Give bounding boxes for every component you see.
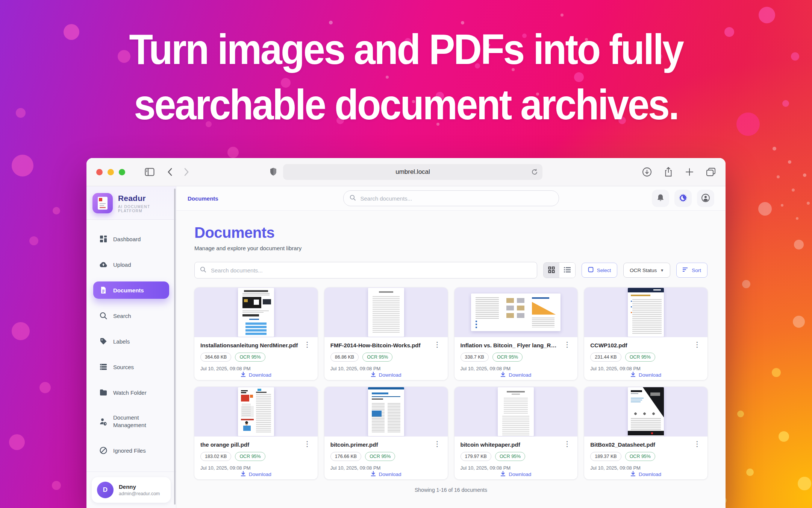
sidebar-item-search[interactable]: Search: [93, 307, 169, 324]
traffic-lights: [96, 169, 125, 175]
decorative-dot: [772, 368, 781, 377]
reload-icon[interactable]: [531, 169, 538, 175]
sidebar-item-watch-folder[interactable]: Watch Folder: [93, 384, 169, 401]
global-search-input[interactable]: [360, 195, 553, 202]
document-thumbnail: [584, 387, 707, 437]
select-button[interactable]: Select: [582, 263, 618, 278]
sidebar-item-labels[interactable]: Labels: [93, 333, 169, 350]
account-button[interactable]: [697, 190, 714, 207]
select-label: Select: [597, 268, 611, 273]
sidebar-scrollbar[interactable]: [174, 189, 176, 505]
documents-search[interactable]: [194, 262, 537, 278]
document-menu-button[interactable]: ⋮: [433, 441, 442, 447]
decorative-dot: [803, 173, 806, 177]
document-card[interactable]: Installationsanleitung NerdMiner.pdf ⋮ 3…: [194, 287, 318, 380]
close-window-button[interactable]: [96, 169, 103, 175]
document-card[interactable]: CCWP102.pdf ⋮ 231.44 KB OCR 95% Jul 10, …: [584, 287, 707, 380]
search-icon: [350, 195, 356, 202]
chevron-down-icon: ▼: [660, 268, 664, 272]
minimize-window-button[interactable]: [108, 169, 114, 175]
document-card[interactable]: BitBox02_Datasheet.pdf ⋮ 189.37 KB OCR 9…: [584, 387, 707, 479]
decorative-dot: [788, 160, 791, 164]
document-menu-button[interactable]: ⋮: [693, 342, 701, 347]
sidebar-item-ignored-files[interactable]: Ignored Files: [93, 442, 169, 459]
search-icon: [99, 312, 108, 320]
download-link[interactable]: Download: [461, 371, 572, 378]
sidebar-item-dashboard[interactable]: Dashboard: [93, 230, 169, 248]
document-card[interactable]: FMF-2014-How-Bitcoin-Works.pdf ⋮ 86.86 K…: [324, 287, 448, 380]
sort-button[interactable]: Sort: [676, 263, 707, 278]
download-link[interactable]: Download: [200, 371, 312, 378]
list-view-button[interactable]: [559, 263, 575, 278]
sidebar: Readur AI DOCUMENT PLATFORM DashboardUpl…: [86, 186, 176, 508]
zoom-window-button[interactable]: [119, 169, 125, 175]
address-bar[interactable]: umbrel.local: [283, 164, 542, 180]
global-search[interactable]: [343, 190, 559, 206]
share-icon[interactable]: [664, 167, 673, 177]
decorative-dot: [561, 14, 564, 17]
breadcrumb[interactable]: Documents: [188, 195, 218, 202]
sidebar-item-sources[interactable]: Sources: [93, 358, 169, 376]
ignored-icon: [99, 446, 108, 455]
download-icon: [371, 371, 376, 378]
sidebar-item-upload[interactable]: Upload: [93, 256, 169, 273]
browser-chrome: umbrel.local: [86, 158, 726, 186]
decorative-dot: [777, 175, 780, 178]
label-icon: [99, 337, 108, 345]
document-thumbnail: [324, 287, 448, 337]
document-thumbnail: [454, 387, 578, 437]
user-avatar: D: [97, 482, 114, 498]
document-menu-button[interactable]: ⋮: [693, 441, 701, 447]
hero-headline: Turn images and PDFs into fully searchab…: [0, 22, 812, 132]
document-menu-button[interactable]: ⋮: [563, 441, 571, 447]
ocr-status-badge: OCR 95%: [492, 353, 523, 362]
document-menu-button[interactable]: ⋮: [563, 342, 571, 347]
sidebar-toggle-icon[interactable]: [145, 168, 155, 176]
document-date: Jul 10, 2025, 09:08 PM: [590, 465, 701, 471]
download-link[interactable]: Download: [590, 371, 701, 378]
decorative-dot: [12, 322, 30, 340]
document-menu-button[interactable]: ⋮: [303, 441, 312, 447]
download-icon: [500, 471, 506, 478]
new-tab-icon[interactable]: [685, 167, 694, 176]
document-card[interactable]: bitcoin whitepaper.pdf ⋮ 179.97 KB OCR 9…: [454, 387, 578, 479]
notifications-button[interactable]: [652, 190, 669, 207]
ocr-status-dropdown[interactable]: OCR Status ▼: [623, 263, 670, 278]
user-card[interactable]: D Denny admin@readur.com: [92, 477, 171, 503]
documents-search-input[interactable]: [210, 267, 532, 274]
shield-icon[interactable]: [270, 167, 277, 176]
readur-logo-icon: [92, 193, 113, 213]
download-icon: [500, 371, 506, 378]
document-date: Jul 10, 2025, 09:08 PM: [330, 366, 442, 371]
back-icon[interactable]: [167, 168, 173, 176]
download-link[interactable]: Download: [200, 471, 312, 478]
downloads-icon[interactable]: [642, 167, 652, 177]
bell-icon: [657, 194, 664, 203]
brand-name: Readur: [118, 194, 170, 203]
document-card[interactable]: bitcoin.primer.pdf ⋮ 176.66 KB OCR 95% J…: [324, 387, 448, 479]
grid-view-button[interactable]: [544, 263, 559, 278]
document-filename: the orange pill.pdf: [200, 441, 300, 448]
decorative-dot: [793, 316, 805, 328]
document-card[interactable]: the orange pill.pdf ⋮ 183.02 KB OCR 95% …: [194, 387, 318, 479]
sidebar-item-label: Ignored Files: [113, 447, 146, 454]
tab-overview-icon[interactable]: [706, 167, 716, 176]
sidebar-item-document-management[interactable]: Document Management: [93, 409, 169, 433]
sidebar-item-documents[interactable]: Documents: [93, 281, 169, 299]
download-link[interactable]: Download: [590, 471, 701, 478]
document-thumbnail: [194, 287, 318, 337]
document-menu-button[interactable]: ⋮: [433, 342, 442, 347]
forward-icon[interactable]: [184, 168, 189, 176]
documents-grid: Installationsanleitung NerdMiner.pdf ⋮ 3…: [194, 287, 707, 479]
theme-toggle-button[interactable]: [674, 190, 692, 207]
document-card[interactable]: Inflation vs. Bitcoin_ Flyer lang_RGB.pd…: [454, 287, 578, 380]
document-filename: Inflation vs. Bitcoin_ Flyer lang_RGB.pd…: [461, 342, 560, 348]
page-subtitle: Manage and explore your document library: [194, 245, 707, 251]
document-menu-button[interactable]: ⋮: [303, 342, 312, 347]
download-link[interactable]: Download: [461, 471, 572, 478]
sidebar-item-label: Document Management: [113, 414, 146, 429]
download-link[interactable]: Download: [330, 471, 442, 478]
download-link[interactable]: Download: [330, 371, 442, 378]
ocr-status-badge: OCR 95%: [235, 452, 265, 461]
document-date: Jul 10, 2025, 09:08 PM: [330, 465, 442, 471]
